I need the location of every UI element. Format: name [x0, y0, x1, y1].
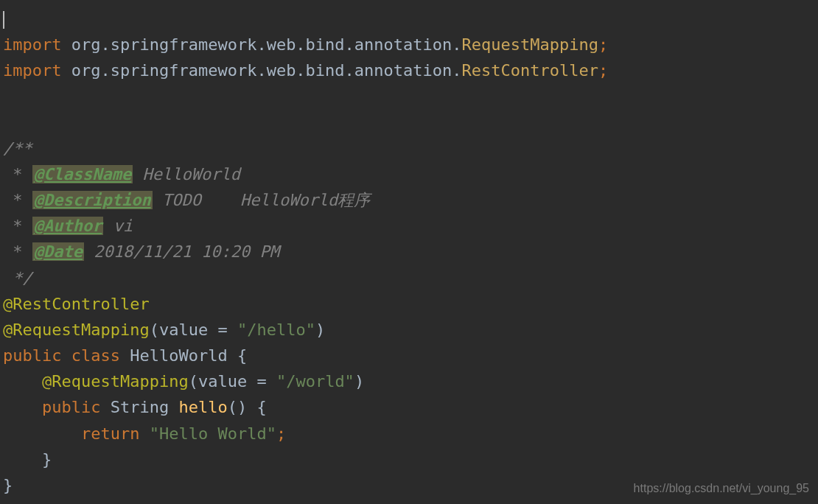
class-name: HelloWorld	[130, 346, 227, 365]
package-path: org.springframework.web.bind.annotation.	[71, 35, 462, 54]
blank-line	[3, 84, 818, 110]
keyword-import: import	[3, 35, 61, 54]
semicolon: ;	[598, 61, 608, 80]
doc-text: HelloWorld	[133, 165, 240, 183]
javadoc-tag-line: * @Author vi	[3, 213, 818, 239]
javadoc-open: /**	[3, 136, 818, 161]
param-name: value	[159, 321, 208, 339]
method-name: hello	[178, 398, 227, 416]
annotation-restcontroller: @RestController	[3, 295, 150, 313]
annotation-requestmapping: @RequestMapping	[3, 321, 150, 339]
javadoc-tag-line: * @Date 2018/11/21 10:20 PM	[3, 239, 818, 265]
semicolon: ;	[598, 35, 608, 54]
cursor-line	[3, 6, 818, 32]
keyword-return: return	[81, 424, 139, 443]
doc-tag-author: @Author	[32, 217, 104, 235]
javadoc-tag-line: * @Description TODO HelloWorld程序	[3, 187, 818, 213]
imported-class: RequestMapping	[462, 35, 598, 54]
method-annotation-line: @RequestMapping(value = "/world")	[3, 368, 818, 394]
annotation-requestmapping: @RequestMapping	[42, 372, 189, 391]
annotation-line: @RestController	[3, 291, 818, 317]
package-path: org.springframework.web.bind.annotation.	[71, 61, 462, 80]
keyword-public: public	[42, 398, 100, 416]
annotation-line: @RequestMapping(value = "/hello")	[3, 317, 818, 343]
javadoc-tag-line: * @ClassName HelloWorld	[3, 161, 818, 187]
string-literal: "/hello"	[237, 321, 315, 339]
keyword-public: public	[3, 346, 61, 365]
blank-line	[3, 110, 818, 136]
doc-text: TODO HelloWorld程序	[153, 191, 371, 209]
doc-text: 2018/11/21 10:20 PM	[84, 242, 279, 261]
imported-class: RestController	[462, 61, 598, 80]
close-brace: }	[3, 447, 818, 472]
string-literal: "/world"	[276, 372, 354, 391]
keyword-import: import	[3, 61, 61, 80]
return-type: String	[111, 398, 169, 416]
doc-tag-date: @Date	[32, 242, 84, 261]
import-line: import org.springframework.web.bind.anno…	[3, 57, 818, 83]
doc-text: vi	[103, 217, 133, 235]
param-name: value	[198, 372, 247, 391]
watermark: https://blog.csdn.net/vi_young_95	[634, 479, 809, 498]
code-editor[interactable]: import org.springframework.web.bind.anno…	[0, 6, 818, 498]
keyword-class: class	[71, 346, 120, 365]
string-literal: "Hello World"	[150, 424, 276, 443]
javadoc-close: */	[3, 265, 818, 291]
class-declaration: public class HelloWorld {	[3, 343, 818, 368]
return-statement: return "Hello World";	[3, 421, 818, 447]
doc-tag-classname: @ClassName	[32, 165, 133, 183]
method-declaration: public String hello() {	[3, 394, 818, 420]
doc-tag-description: @Description	[32, 191, 153, 209]
import-line: import org.springframework.web.bind.anno…	[3, 32, 818, 57]
